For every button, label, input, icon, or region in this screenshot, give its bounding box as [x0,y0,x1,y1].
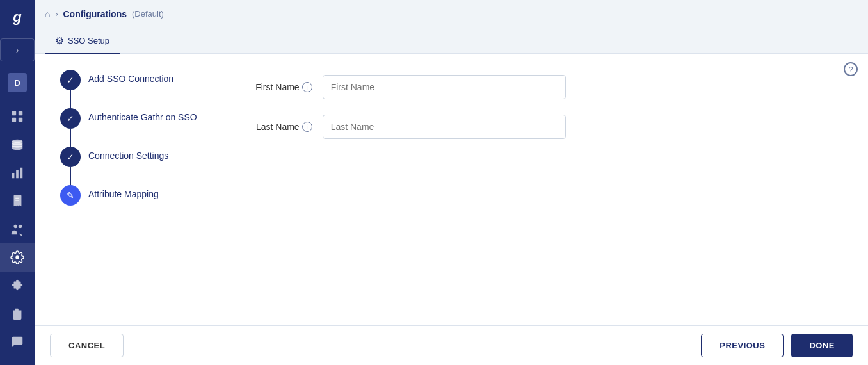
steps-panel: ✓ Add SSO Connection ✓ Authenticate Gath… [60,70,197,310]
svg-rect-6 [16,170,19,178]
avatar: D [8,73,27,92]
first-name-label: First Name i [236,82,312,92]
step-1-label: Add SSO Connection [88,70,173,84]
previous-button[interactable]: PREVIOUS [701,334,784,357]
sidebar-logo: g [0,0,35,35]
content-panel: ? ✓ Add SSO Connection ✓ Authenticate Ga… [35,54,868,365]
first-name-row: First Name i [236,75,684,99]
svg-point-10 [14,225,18,229]
sidebar-collapse-button[interactable]: › [0,38,35,61]
tab-sso-setup[interactable]: ⚙ SSO Setup [45,28,120,54]
step-2: ✓ Authenticate Gathr on SSO [60,108,197,147]
step-1: ✓ Add SSO Connection [60,70,197,108]
sidebar-item-analytics[interactable] [0,159,35,187]
last-name-input[interactable] [323,115,566,139]
step-1-icon: ✓ [60,70,81,90]
last-name-label: Last Name i [236,122,312,132]
main-content: ⌂ › Configurations (Default) ⚙ SSO Setup… [35,0,868,365]
breadcrumb-title: Configurations [63,9,127,19]
sidebar-item-dashboard[interactable] [0,102,35,131]
step-4-label: Attribute Mapping [88,185,159,199]
footer-right-buttons: PREVIOUS DONE [701,334,853,357]
sidebar-avatar[interactable]: D [0,65,35,100]
sidebar-item-chat[interactable] [0,328,35,356]
svg-rect-5 [12,173,15,178]
sidebar-item-trash[interactable] [0,300,35,328]
sidebar-item-people[interactable] [0,215,35,243]
svg-point-11 [19,225,22,229]
sso-setup-tab-label: SSO Setup [68,36,109,45]
svg-rect-0 [12,111,16,115]
step-2-label: Authenticate Gathr on SSO [88,108,197,122]
step-2-icon: ✓ [60,108,81,129]
breadcrumb-separator: › [55,10,58,19]
first-name-info-icon[interactable]: i [302,82,312,92]
last-name-info-icon[interactable]: i [302,122,312,132]
sidebar-item-settings[interactable] [0,243,35,272]
step-3: ✓ Connection Settings [60,147,197,185]
svg-point-12 [15,256,19,259]
svg-rect-7 [20,168,23,179]
svg-rect-2 [12,118,16,122]
footer: CANCEL PREVIOUS DONE [35,325,868,365]
cancel-button[interactable]: CANCEL [50,334,124,357]
sidebar-item-database[interactable] [0,131,35,159]
tabbar: ⚙ SSO Setup [35,28,868,54]
topbar: ⌂ › Configurations (Default) [35,0,868,28]
sidebar-item-billing[interactable] [0,187,35,215]
step-3-icon: ✓ [60,147,81,167]
sidebar-item-integrations[interactable] [0,272,35,300]
home-icon[interactable]: ⌂ [45,9,50,19]
sidebar: g › D [0,0,35,365]
last-name-row: Last Name i [236,115,684,139]
step-4: ✎ Attribute Mapping [60,185,197,206]
help-icon[interactable]: ? [844,62,858,76]
sso-setup-tab-icon: ⚙ [55,35,64,47]
svg-rect-3 [19,118,22,122]
content-inner: ✓ Add SSO Connection ✓ Authenticate Gath… [35,54,868,325]
svg-rect-1 [19,111,22,115]
step-4-icon: ✎ [60,185,81,206]
breadcrumb-subtitle: (Default) [132,9,164,19]
done-button[interactable]: DONE [791,334,853,357]
form-area: First Name i Last Name i [236,70,684,310]
step-3-label: Connection Settings [88,147,168,161]
first-name-input[interactable] [323,75,566,99]
